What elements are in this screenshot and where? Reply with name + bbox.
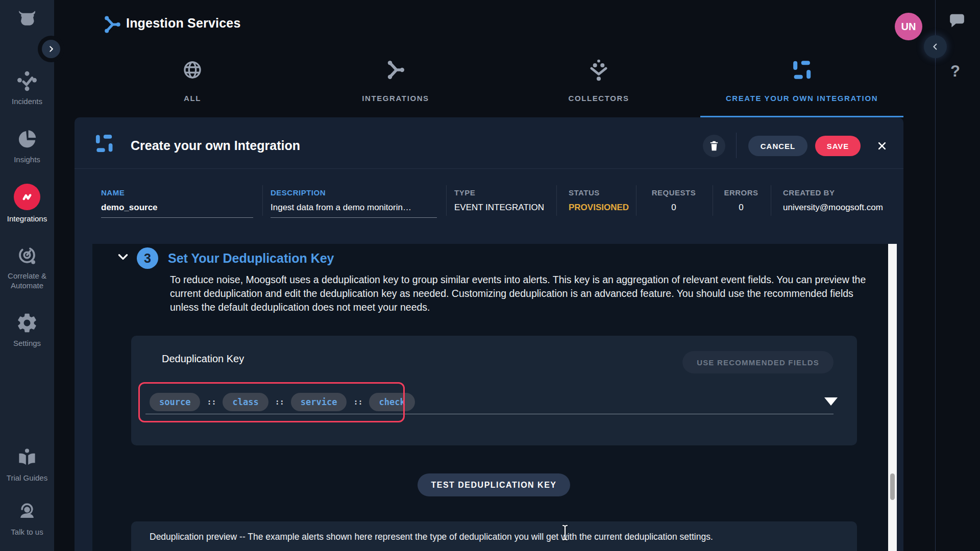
insights-icon bbox=[0, 127, 54, 152]
deduplication-key-card: Deduplication Key USE RECOMMENDED FIELDS… bbox=[131, 336, 857, 445]
section-collapse-button[interactable] bbox=[115, 249, 131, 264]
token-separator: :: bbox=[275, 397, 284, 407]
sidebar-item-settings[interactable]: Settings bbox=[0, 310, 54, 348]
status-badge: PROVISIONED bbox=[569, 203, 627, 213]
globe-icon bbox=[182, 57, 203, 83]
token-separator: :: bbox=[207, 397, 216, 407]
dedup-key-token-row[interactable]: source :: class :: service :: check bbox=[150, 391, 415, 413]
cancel-button[interactable]: CANCEL bbox=[748, 136, 807, 156]
panel-header: Create your own Integration CANCEL SAVE bbox=[75, 117, 903, 169]
sidebar-item-trial-guides[interactable]: Trial Guides bbox=[0, 445, 54, 483]
chevron-right-icon bbox=[47, 45, 55, 53]
dedup-token[interactable]: check bbox=[369, 393, 414, 411]
sidebar-item-correlate-automate[interactable]: Correlate & Automate bbox=[0, 243, 54, 290]
trial-guides-icon bbox=[0, 445, 54, 470]
correlate-automate-icon bbox=[0, 243, 54, 268]
rail-collapse-button[interactable] bbox=[924, 35, 947, 58]
ingestion-tabs: ALL INTEGRATIONS COLLECTORS bbox=[91, 51, 903, 117]
field-requests: REQUESTS 0 bbox=[636, 176, 713, 240]
chevron-left-icon bbox=[932, 43, 939, 51]
field-name: NAME demo_source bbox=[101, 176, 262, 240]
chevron-down-icon bbox=[116, 250, 130, 263]
deduplication-preview-card: Deduplication preview -- The example ale… bbox=[131, 521, 857, 551]
sidebar-expand-button[interactable] bbox=[42, 40, 60, 58]
scrollbar-track[interactable] bbox=[888, 244, 897, 551]
use-recommended-fields-button[interactable]: USE RECOMMENDED FIELDS bbox=[682, 351, 834, 373]
text-cursor-icon bbox=[559, 523, 571, 542]
sidebar-item-talk-to-us[interactable]: Talk to us bbox=[0, 499, 54, 537]
tab-create-your-own-integration[interactable]: CREATE YOUR OWN INTEGRATION bbox=[700, 51, 903, 117]
section-description: To reduce noise, Moogsoft uses a dedupli… bbox=[170, 273, 880, 314]
settings-gear-icon bbox=[0, 310, 54, 336]
deduplication-preview-text: Deduplication preview -- The example ale… bbox=[150, 532, 713, 542]
close-icon bbox=[877, 141, 887, 151]
sidebar: Incidents Insights Integrations bbox=[0, 0, 54, 551]
sidebar-item-incidents[interactable]: Incidents bbox=[0, 68, 54, 106]
create-integration-icon bbox=[791, 57, 813, 83]
close-button[interactable] bbox=[874, 138, 890, 154]
field-type: TYPE EVENT INTEGRATION bbox=[446, 176, 556, 240]
section-title: Set Your Deduplication Key bbox=[168, 251, 334, 266]
moogsoft-cow-logo-icon bbox=[0, 8, 54, 29]
chat-button[interactable] bbox=[949, 13, 965, 29]
scrollbar-thumb[interactable] bbox=[890, 473, 895, 500]
name-input[interactable]: demo_source bbox=[101, 203, 253, 218]
tab-integrations[interactable]: INTEGRATIONS bbox=[294, 51, 497, 117]
dedup-key-label: Deduplication Key bbox=[162, 353, 244, 365]
chat-bubble-icon bbox=[949, 13, 965, 29]
tab-all[interactable]: ALL bbox=[91, 51, 294, 117]
panel-title: Create your own Integration bbox=[131, 138, 300, 153]
dropdown-caret-icon[interactable] bbox=[824, 397, 838, 406]
dedup-token[interactable]: class bbox=[223, 393, 268, 411]
field-created-by: CREATED BY university@moogsoft.com bbox=[771, 176, 898, 240]
delete-button[interactable] bbox=[703, 135, 725, 157]
description-input[interactable]: Ingest data from a demo monitorin… bbox=[271, 203, 437, 218]
dedup-token[interactable]: service bbox=[291, 393, 347, 411]
help-button[interactable]: ? bbox=[950, 62, 960, 81]
create-integration-icon bbox=[93, 133, 115, 154]
field-errors: ERRORS 0 bbox=[713, 176, 771, 240]
dedup-token[interactable]: source bbox=[150, 393, 200, 411]
panel-scroll-content: 3 Set Your Deduplication Key To reduce n… bbox=[92, 244, 897, 551]
ingestion-services-icon bbox=[102, 14, 122, 35]
integrations-branch-icon bbox=[384, 57, 407, 83]
integrations-icon bbox=[0, 183, 54, 211]
page-title: Ingestion Services bbox=[126, 16, 241, 31]
sidebar-item-insights[interactable]: Insights bbox=[0, 127, 54, 164]
save-button[interactable]: SAVE bbox=[815, 136, 861, 156]
token-separator: :: bbox=[353, 397, 362, 407]
integration-meta-row: NAME demo_source DESCRIPTION Ingest data… bbox=[101, 176, 898, 240]
integration-panel: Create your own Integration CANCEL SAVE … bbox=[75, 117, 903, 551]
step-number-badge: 3 bbox=[137, 247, 158, 269]
dedup-key-field-underline bbox=[145, 414, 834, 414]
sidebar-item-integrations[interactable]: Integrations bbox=[0, 183, 54, 223]
incidents-icon bbox=[0, 68, 54, 94]
header-divider bbox=[736, 133, 737, 158]
talk-to-us-headset-icon bbox=[0, 499, 54, 524]
collectors-icon bbox=[587, 57, 610, 83]
trash-icon bbox=[709, 140, 719, 152]
main-area: Ingestion Services UN ALL INTEGRATIONS bbox=[54, 0, 935, 551]
tab-collectors[interactable]: COLLECTORS bbox=[497, 51, 700, 117]
right-rail: ? bbox=[935, 0, 980, 551]
field-status: STATUS PROVISIONED bbox=[556, 176, 636, 240]
test-deduplication-key-button[interactable]: TEST DEDUPLICATION KEY bbox=[418, 473, 570, 496]
field-description: DESCRIPTION Ingest data from a demo moni… bbox=[262, 176, 446, 240]
user-avatar[interactable]: UN bbox=[895, 13, 922, 40]
